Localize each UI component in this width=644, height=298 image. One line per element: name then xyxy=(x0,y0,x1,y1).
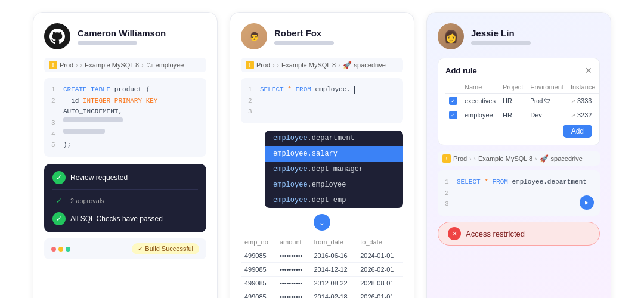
card-query-data: 👨 Robert Fox ! Prod › › Example MySQL 8 … xyxy=(230,12,414,298)
add-rule-header: Add rule ✕ xyxy=(445,66,592,75)
card1-header-text: Cameron Williamson xyxy=(78,28,206,45)
card3-bc-space-icon: 🚀 xyxy=(540,154,549,163)
card3-bc-db: Example MySQL 8 xyxy=(478,155,532,162)
ac-item-department[interactable]: employee.department xyxy=(265,131,403,146)
review-item-checks: ✓ All SQL Checks have passed xyxy=(52,212,198,225)
rule-row-employee: ✓ employee HR Dev ↗ 3232 xyxy=(445,108,599,122)
card2-bc-space-icon: 🚀 xyxy=(343,61,352,69)
col-emp-no: emp_no xyxy=(241,235,276,249)
card3-code-line-1: 1 SELECT * FROM SELECT * FROM employee.d… xyxy=(445,176,593,188)
card1-header: Cameron Williamson xyxy=(44,23,206,49)
check-icon-approvals: ✓ xyxy=(52,194,66,207)
col-from-date: from_date xyxy=(310,235,357,249)
review-title-text: Review requested xyxy=(70,173,128,182)
rule-env-employee: Dev xyxy=(527,108,567,122)
close-panel-button[interactable]: ✕ xyxy=(585,66,592,75)
ac-item-salary[interactable]: employee.salary xyxy=(265,146,403,162)
card2-bc-sep1: › xyxy=(273,62,274,69)
rule-row-executives: ✓ executives HR Prod 🛡 ↗ 3333 xyxy=(445,94,599,108)
rule-name-employee: employee xyxy=(461,108,499,122)
review-item-title: ✓ Review requested xyxy=(52,171,198,184)
card3-username: Jessie Lin xyxy=(471,28,600,38)
rule-col-instance: Instance xyxy=(567,81,599,94)
shield-executives-icon: 🛡 xyxy=(544,98,550,104)
card3-bc-space: spacedrive xyxy=(551,155,583,162)
ac-item-employee[interactable]: employee.employee xyxy=(265,177,403,193)
card2-code-block: 1 SELECT * FROM employee. 2 3 xyxy=(241,78,403,123)
review-checks-text: All SQL Checks have passed xyxy=(70,215,163,223)
card1-bc-chevron1: › xyxy=(80,62,82,69)
query-table-row: 499085••••••••••2014-02-182026-01-01 xyxy=(241,290,403,298)
card3-breadcrumb: ! Prod › › Example MySQL 8 › 🚀 spacedriv… xyxy=(438,151,600,166)
card2-bc-chevron: › xyxy=(277,62,279,69)
card2-bc-prod: Prod xyxy=(256,61,270,69)
col-amount: amount xyxy=(276,235,311,249)
query-table-row: 499085••••••••••2014-12-122026-02-01 xyxy=(241,263,403,277)
code-line-5: 5 ); xyxy=(51,139,199,151)
query-table-row: 499085••••••••••2016-06-162024-01-01 xyxy=(241,249,403,263)
rule-col-name-label: Name xyxy=(461,81,499,94)
build-bar: ✓ Build Successful xyxy=(44,238,206,259)
review-panel: ✓ Review requested ✓ 2 approvals ✓ All S… xyxy=(44,164,206,232)
card1-warn-icon: ! xyxy=(49,61,57,69)
scroll-down-button[interactable]: ⌄ xyxy=(314,214,330,231)
card2-warn-icon: ! xyxy=(246,61,254,69)
code-line-4: 4 xyxy=(51,129,199,140)
access-restricted-badge: ✕ Access restricted xyxy=(438,222,600,246)
card-change-database: Cameron Williamson ! Prod › › Example My… xyxy=(33,12,218,298)
rule-check-employee[interactable]: ✓ xyxy=(449,111,457,119)
card3-bc-sep1: › xyxy=(469,156,471,162)
add-rule-button[interactable]: Add xyxy=(563,125,592,138)
build-badge: ✓ Build Successful xyxy=(132,243,199,254)
rule-col-name xyxy=(445,81,461,94)
card2-name-bar xyxy=(274,41,334,45)
dot-green xyxy=(66,247,70,252)
rule-instance-executives: 3333 xyxy=(577,97,592,104)
card3-mini-code: 1 SELECT * FROM SELECT * FROM employee.d… xyxy=(438,170,600,216)
check-icon-review: ✓ xyxy=(52,171,66,184)
card1-bc-table: employee xyxy=(156,61,184,69)
access-text: Access restricted xyxy=(466,229,525,238)
dot-yellow xyxy=(58,247,63,252)
rule-col-project: Project xyxy=(499,81,527,94)
review-divider xyxy=(52,189,198,190)
autocomplete-dropdown[interactable]: employee.department employee.salary empl… xyxy=(265,131,403,208)
card2-bc-db: Example MySQL 8 xyxy=(281,61,336,69)
card2-header: 👨 Robert Fox xyxy=(241,23,403,49)
check-icon-checks: ✓ xyxy=(52,212,66,225)
card2-code-line-1: 1 SELECT * FROM employee. xyxy=(248,84,396,95)
card3-code-line-3: 3 xyxy=(445,198,593,210)
card1-name-bar xyxy=(78,41,137,45)
card2-breadcrumb: ! Prod › › Example MySQL 8 › 🚀 spacedriv… xyxy=(241,58,403,72)
card3-warn-icon: ! xyxy=(442,154,451,163)
card2-header-text: Robert Fox xyxy=(274,28,403,45)
card1-bc-sep1: › xyxy=(76,62,78,69)
avatar-jessie: 👩 xyxy=(438,23,464,49)
card1-breadcrumb: ! Prod › › Example MySQL 8 › 🗂 employee xyxy=(44,58,206,72)
card3-bc-prod: Prod xyxy=(453,155,467,162)
card2-code-line-3: 3 xyxy=(248,106,396,117)
review-approvals-text: 2 approvals xyxy=(70,197,104,204)
ac-item-dept-emp[interactable]: employee.dept_emp xyxy=(265,193,403,208)
code-line-3: 3 xyxy=(51,117,199,129)
rule-check-executives[interactable]: ✓ xyxy=(449,97,457,105)
card3-header-text: Jessie Lin xyxy=(471,28,600,45)
card1-bc-table-icon: 🗂 xyxy=(146,61,153,69)
rule-col-env: Enviroment xyxy=(527,81,567,94)
ac-item-dept-manager[interactable]: employee.dept_manager xyxy=(265,162,403,177)
avatar-cameron xyxy=(44,23,70,49)
card3-name-bar xyxy=(471,41,531,45)
card3-header: 👩 Jessie Lin xyxy=(438,23,600,49)
avatar-robert: 👨 xyxy=(241,23,267,49)
cards-container: Cameron Williamson ! Prod › › Example My… xyxy=(18,12,626,298)
code-line-1: 1 CREATE TABLE product ( xyxy=(51,84,199,95)
card1-code-block: 1 CREATE TABLE product ( 2 id INTEGER PR… xyxy=(44,78,206,157)
access-x-icon: ✕ xyxy=(448,227,461,240)
card2-bc-sep2: › xyxy=(338,62,340,69)
rule-instance-employee: 3232 xyxy=(577,111,592,119)
card3-bc-sep2: › xyxy=(535,156,537,162)
card3-code-line-2: 2 xyxy=(445,188,593,199)
run-query-button[interactable]: ▶ xyxy=(580,195,594,210)
rule-name-executives: executives xyxy=(461,94,499,108)
rule-project-employee: HR xyxy=(499,108,527,122)
